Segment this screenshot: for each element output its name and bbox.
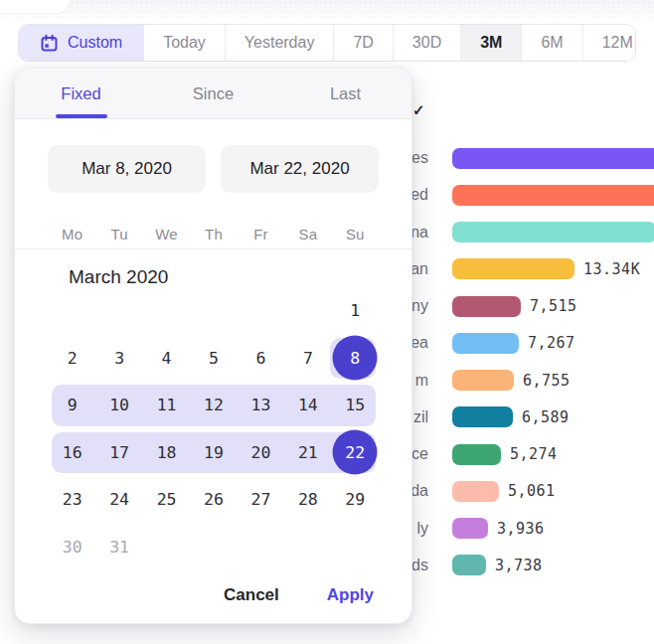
day-number: 9 xyxy=(68,396,78,414)
day-cell-22[interactable]: 22 xyxy=(332,429,379,477)
toolbar-button-label: 3M xyxy=(480,34,502,52)
day-cell-3[interactable]: 3 xyxy=(95,335,142,383)
bar-label: ed xyxy=(410,186,428,204)
day-cell-26[interactable]: 26 xyxy=(190,476,237,524)
day-number: 28 xyxy=(298,490,318,509)
start-date-input[interactable]: Mar 8, 2020 xyxy=(48,145,206,193)
calendar-grid: 1234567891011121314151617181920212223242… xyxy=(49,287,379,570)
week-row: 16171819202122 xyxy=(49,429,379,477)
weekday-label: We xyxy=(143,226,190,242)
day-cell-17[interactable]: 17 xyxy=(95,429,142,477)
day-cell-18[interactable]: 18 xyxy=(143,429,190,477)
bar-label: m xyxy=(415,372,428,390)
day-number: 7 xyxy=(303,349,313,368)
empty-day-cell xyxy=(143,524,190,571)
apply-button[interactable]: Apply xyxy=(325,581,376,609)
toolbar-button-today[interactable]: Today xyxy=(143,25,225,61)
toolbar-button-7d[interactable]: 7D xyxy=(333,25,392,61)
day-cell-9[interactable]: 9 xyxy=(49,382,95,429)
day-cell-5[interactable]: 5 xyxy=(190,335,237,383)
day-cell-8[interactable]: 8 xyxy=(332,335,379,383)
day-number: 29 xyxy=(345,490,365,509)
day-cell-13[interactable]: 13 xyxy=(238,382,284,429)
month-title: March 2020 xyxy=(69,266,168,288)
day-number: 12 xyxy=(204,396,224,414)
bar-label: ce xyxy=(411,445,428,463)
empty-day-cell xyxy=(190,524,237,571)
day-number: 30 xyxy=(63,538,82,557)
weekday-label: Tu xyxy=(95,226,142,242)
bar-label: ny xyxy=(411,297,428,315)
toolbar-button-label: Custom xyxy=(68,34,122,52)
bar[interactable] xyxy=(452,222,654,242)
picker-tabs: FixedSinceLast xyxy=(15,69,411,119)
bar[interactable] xyxy=(452,185,654,206)
bar[interactable] xyxy=(452,481,499,502)
day-cell-12[interactable]: 12 xyxy=(190,382,237,429)
empty-day-cell xyxy=(284,524,331,571)
day-number: 27 xyxy=(250,490,270,509)
day-cell-6[interactable]: 6 xyxy=(238,335,284,383)
week-row: 9101112131415 xyxy=(49,382,379,429)
tab-last[interactable]: Last xyxy=(279,69,411,118)
bar[interactable] xyxy=(452,518,488,539)
bar[interactable] xyxy=(452,333,519,354)
bar[interactable] xyxy=(452,148,654,169)
tab-since[interactable]: Since xyxy=(147,69,279,118)
empty-day-cell xyxy=(190,287,237,335)
toolbar-button-label: 7D xyxy=(353,34,373,52)
bar[interactable] xyxy=(452,555,486,575)
day-cell-19[interactable]: 19 xyxy=(190,429,237,477)
day-cell-15[interactable]: 15 xyxy=(332,382,379,429)
day-number: 4 xyxy=(162,349,172,368)
day-cell-30[interactable]: 30 xyxy=(49,524,95,571)
day-cell-11[interactable]: 11 xyxy=(143,382,190,429)
day-cell-31[interactable]: 31 xyxy=(95,524,142,571)
day-number: 13 xyxy=(250,396,270,414)
day-cell-1[interactable]: 1 xyxy=(332,287,379,335)
day-number: 6 xyxy=(255,349,265,368)
toolbar-button-3m[interactable]: 3M xyxy=(460,25,521,61)
weekday-label: Sa xyxy=(284,226,331,242)
bar-label: da xyxy=(410,482,428,500)
day-cell-28[interactable]: 28 xyxy=(284,476,331,524)
day-cell-16[interactable]: 16 xyxy=(49,429,95,477)
toolbar-button-6m[interactable]: 6M xyxy=(521,25,581,61)
day-number: 20 xyxy=(250,443,270,462)
bar[interactable] xyxy=(452,258,574,279)
toolbar-button-yesterday[interactable]: Yesterday xyxy=(225,25,334,61)
empty-day-cell xyxy=(284,287,331,335)
toolbar-button-label: 30D xyxy=(412,34,441,52)
day-cell-25[interactable]: 25 xyxy=(143,476,190,524)
week-days: 9101112131415 xyxy=(49,382,379,429)
day-number: 3 xyxy=(114,349,124,368)
day-cell-21[interactable]: 21 xyxy=(284,429,331,477)
day-number: 8 xyxy=(350,349,360,368)
day-cell-23[interactable]: 23 xyxy=(49,476,95,524)
bar[interactable] xyxy=(452,444,501,465)
bar-label: ly xyxy=(416,520,428,538)
end-date-input[interactable]: Mar 22, 2020 xyxy=(221,145,379,193)
day-number: 31 xyxy=(109,538,129,557)
day-cell-2[interactable]: 2 xyxy=(49,335,95,383)
bar[interactable] xyxy=(452,296,521,317)
day-number: 24 xyxy=(109,490,129,509)
toolbar-button-custom[interactable]: Custom xyxy=(19,25,143,61)
tab-fixed[interactable]: Fixed xyxy=(15,69,147,118)
day-cell-24[interactable]: 24 xyxy=(95,476,142,524)
day-cell-14[interactable]: 14 xyxy=(284,382,331,429)
cancel-button[interactable]: Cancel xyxy=(222,581,281,609)
bar-value: 5,061 xyxy=(508,482,556,500)
day-cell-20[interactable]: 20 xyxy=(238,429,284,477)
day-number: 17 xyxy=(109,443,129,462)
day-cell-27[interactable]: 27 xyxy=(238,476,284,524)
day-cell-7[interactable]: 7 xyxy=(284,335,331,383)
day-cell-10[interactable]: 10 xyxy=(95,382,142,429)
toolbar-button-12m[interactable]: 12M xyxy=(582,25,636,61)
bar[interactable] xyxy=(452,370,514,391)
day-cell-29[interactable]: 29 xyxy=(332,476,379,524)
day-cell-4[interactable]: 4 xyxy=(143,335,190,383)
bar-label: ea xyxy=(410,334,428,352)
toolbar-button-30d[interactable]: 30D xyxy=(393,25,460,61)
bar[interactable] xyxy=(452,406,513,427)
